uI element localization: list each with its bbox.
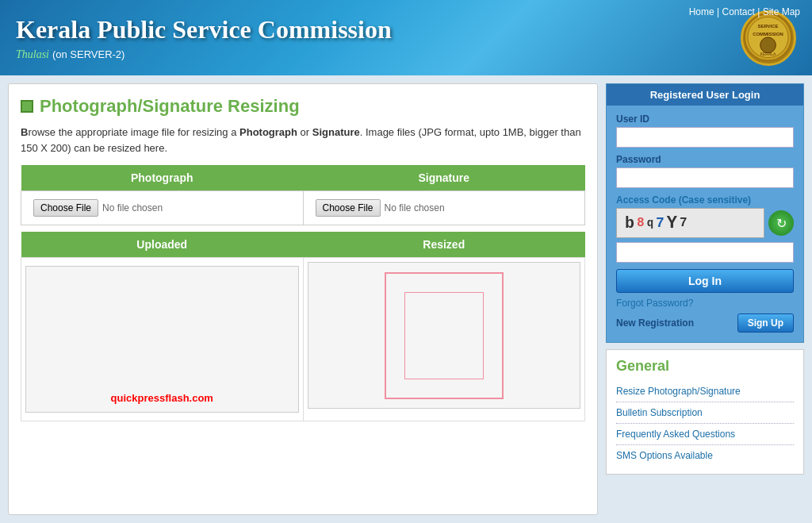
nav-contact[interactable]: Contact	[722, 6, 754, 17]
password-input[interactable]	[616, 167, 794, 188]
description-text: Browse the appropriate image file for re…	[21, 125, 585, 156]
login-button[interactable]: Log In	[616, 269, 794, 293]
sig-choose-file-btn[interactable]: Choose File	[316, 199, 381, 217]
photo-file-name: No file chosen	[102, 202, 163, 213]
col-photograph: Photograph	[21, 165, 304, 191]
nav-home[interactable]: Home	[689, 6, 714, 17]
captcha-row: b 8 q 7 Y 7 ↻	[616, 208, 794, 238]
header-subtitle: Thulasi (on SERVER-2)	[16, 48, 741, 61]
login-box: Registered User Login User ID Password A…	[606, 83, 804, 343]
header: Kerala Public Service Commission Thulasi…	[0, 0, 812, 75]
col-uploaded: Uploaded	[21, 232, 304, 258]
sig-upload-cell: Choose File No file chosen	[303, 191, 585, 225]
server-name: (on SERVER-2)	[52, 48, 125, 60]
sig-file-name: No file chosen	[385, 202, 445, 213]
uploaded-preview-cell: quickpressflash.com	[21, 258, 304, 421]
user-id-input[interactable]	[616, 127, 794, 148]
general-link-faq[interactable]: Frequently Asked Questions	[616, 424, 794, 445]
general-link-resize[interactable]: Resize Photograph/Signature	[616, 381, 794, 402]
svg-text:SERVICE: SERVICE	[758, 24, 779, 29]
access-code-label: Access Code (Case sensitive)	[616, 194, 794, 206]
resized-inner-frame	[404, 292, 484, 379]
resized-preview-box	[308, 262, 581, 409]
photo-file-input: Choose File No file chosen	[33, 199, 291, 217]
page-title: Photograph/Signature Resizing	[21, 96, 585, 117]
resized-preview-cell	[303, 258, 585, 421]
result-table: Uploaded Resized quickpressflash.com	[21, 232, 585, 421]
new-registration-row: New Registration Sign Up	[616, 313, 794, 333]
photo-upload-cell: Choose File No file chosen	[21, 191, 304, 225]
general-link-bulletin[interactable]: Bulletin Subscription	[616, 402, 794, 424]
general-title: General	[616, 358, 794, 375]
content-area: Photograph/Signature Resizing Browse the…	[8, 83, 598, 515]
uploaded-preview-box: quickpressflash.com	[25, 266, 299, 413]
general-link-sms[interactable]: SMS Options Available	[616, 445, 794, 466]
svg-point-4	[760, 37, 776, 53]
captcha-refresh-btn[interactable]: ↻	[768, 210, 794, 236]
access-code-input[interactable]	[616, 242, 794, 263]
title-icon	[21, 100, 33, 113]
svg-text:COMMISSION: COMMISSION	[753, 32, 783, 37]
nav-links: Home | Contact | Site Map	[689, 6, 800, 17]
sidebar: Registered User Login User ID Password A…	[606, 83, 804, 515]
col-resized: Resized	[303, 232, 585, 258]
login-box-title: Registered User Login	[607, 84, 803, 106]
new-registration-text: New Registration	[616, 317, 694, 329]
forgot-password-link[interactable]: Forgot Password?	[616, 298, 794, 309]
password-label: Password	[616, 154, 794, 165]
watermark-text: quickpressflash.com	[111, 392, 213, 404]
user-id-label: User ID	[616, 113, 794, 125]
svg-text:KERALA: KERALA	[760, 52, 776, 56]
col-signature: Signature	[303, 165, 585, 191]
main-layout: Photograph/Signature Resizing Browse the…	[0, 75, 812, 523]
captcha-display: b 8 q 7 Y 7	[616, 208, 764, 238]
resized-outer-frame	[385, 272, 504, 399]
nav-sitemap[interactable]: Site Map	[763, 6, 800, 17]
site-logo: SERVICE COMMISSION KERALA	[741, 10, 796, 66]
signup-button[interactable]: Sign Up	[737, 313, 794, 333]
site-title: Kerala Public Service Commission	[16, 15, 741, 44]
general-box: General Resize Photograph/Signature Bull…	[606, 349, 804, 475]
brand-name: Thulasi	[16, 48, 49, 60]
photo-choose-file-btn[interactable]: Choose File	[33, 199, 98, 217]
sig-file-input: Choose File No file chosen	[316, 199, 573, 217]
upload-table: Photograph Signature Choose File No file…	[21, 165, 585, 225]
